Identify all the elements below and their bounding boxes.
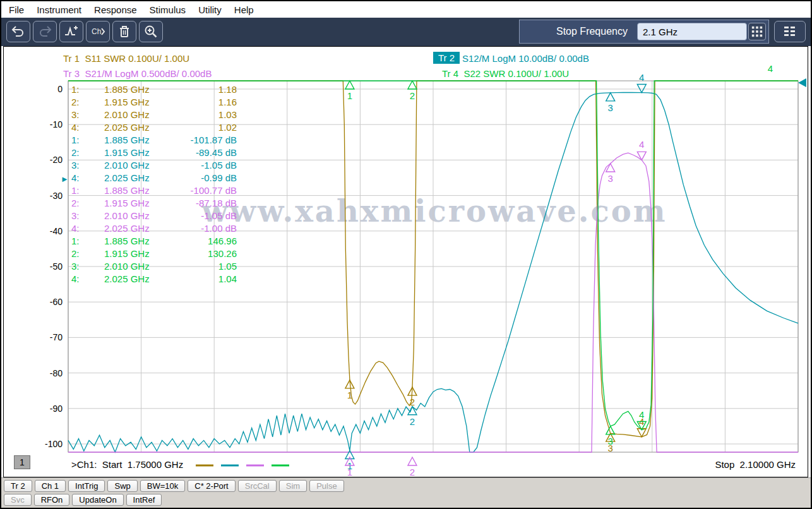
status-button-rfon[interactable]: RFOn bbox=[34, 494, 70, 506]
display-layout-icon bbox=[782, 24, 797, 39]
keypad-button[interactable] bbox=[748, 23, 766, 40]
status-bar: Tr 2Ch 1IntTrigSwpBW=10kC* 2-PortSrcCalS… bbox=[1, 477, 811, 508]
undo-icon bbox=[11, 24, 26, 39]
active-marker-indicator: ► bbox=[61, 174, 69, 184]
menu-item-help[interactable]: Help bbox=[234, 4, 254, 15]
legend-tr2[interactable]: S12/M LogM 10.00dB/ 0.00dB bbox=[462, 53, 589, 64]
redo-icon bbox=[37, 24, 52, 39]
svg-text:Ch: Ch bbox=[92, 27, 101, 36]
stop-frequency-label: Stop Frequency bbox=[556, 26, 628, 37]
status-button-srccal: SrcCal bbox=[238, 480, 277, 492]
zoom-in-icon bbox=[143, 24, 158, 39]
status-button-intref[interactable]: IntRef bbox=[126, 494, 162, 506]
sweep-start-label: >Ch1: Start 1.75000 GHz bbox=[71, 459, 183, 470]
menu-item-file[interactable]: File bbox=[9, 4, 24, 15]
status-button-sim: Sim bbox=[279, 480, 307, 492]
menu-item-stimulus[interactable]: Stimulus bbox=[150, 4, 186, 15]
status-button-c-2-port[interactable]: C* 2-Port bbox=[188, 480, 235, 492]
stop-frequency-panel: Stop Frequency bbox=[519, 20, 769, 44]
legend-tr2-active-box[interactable]: Tr 2 bbox=[433, 52, 460, 64]
status-button-bw-10k[interactable]: BW=10k bbox=[140, 480, 186, 492]
status-row-1: Tr 2Ch 1IntTrigSwpBW=10kC* 2-PortSrcCalS… bbox=[4, 480, 344, 492]
legend-tr1[interactable]: Tr 1 S11 SWR 0.100U/ 1.00U bbox=[63, 53, 189, 64]
menu-item-instrument[interactable]: Instrument bbox=[37, 4, 81, 15]
display-layout-button[interactable] bbox=[774, 21, 806, 42]
redo-button[interactable] bbox=[33, 21, 57, 42]
keypad-icon bbox=[751, 25, 763, 38]
status-row-2: SvcRFOnUpdateOnIntRef bbox=[4, 494, 162, 506]
status-button-tr-2[interactable]: Tr 2 bbox=[4, 480, 32, 492]
delete-button[interactable] bbox=[112, 21, 136, 42]
status-button-svc: Svc bbox=[4, 494, 32, 506]
vna-application-window: FileInstrumentResponseStimulusUtilityHel… bbox=[0, 0, 812, 509]
stop-frequency-input[interactable] bbox=[637, 23, 747, 40]
status-button-inttrig[interactable]: IntTrig bbox=[68, 480, 105, 492]
sweep-stop-label: Stop 2.10000 GHz bbox=[715, 459, 796, 470]
chart-panel bbox=[3, 46, 808, 477]
waveform-plus-icon bbox=[64, 24, 79, 39]
undo-button[interactable] bbox=[6, 21, 30, 42]
menu-item-utility[interactable]: Utility bbox=[198, 4, 222, 15]
menu-item-response[interactable]: Response bbox=[94, 4, 137, 15]
channel-icon: Ch bbox=[90, 24, 105, 39]
toolbar: Ch Stop Frequency bbox=[1, 18, 811, 46]
zoom-button[interactable] bbox=[139, 21, 163, 42]
channel-badge[interactable]: 1 bbox=[14, 455, 30, 469]
legend-tr3[interactable]: Tr 3 S21/M LogM 0.500dB/ 0.00dB bbox=[63, 68, 212, 79]
status-button-updateon[interactable]: UpdateOn bbox=[72, 494, 123, 506]
channel-button[interactable]: Ch bbox=[86, 21, 110, 42]
add-marker-button[interactable] bbox=[59, 21, 83, 42]
watermark: www.xahxmicrowave.com bbox=[69, 193, 799, 229]
status-button-swp[interactable]: Swp bbox=[107, 480, 137, 492]
status-button-pulse: Pulse bbox=[309, 480, 344, 492]
trash-icon bbox=[117, 24, 132, 39]
menu-bar: FileInstrumentResponseStimulusUtilityHel… bbox=[1, 1, 811, 18]
legend-tr4[interactable]: Tr 4 S22 SWR 0.100U/ 1.00U bbox=[442, 68, 569, 79]
status-button-ch-1[interactable]: Ch 1 bbox=[35, 480, 66, 492]
